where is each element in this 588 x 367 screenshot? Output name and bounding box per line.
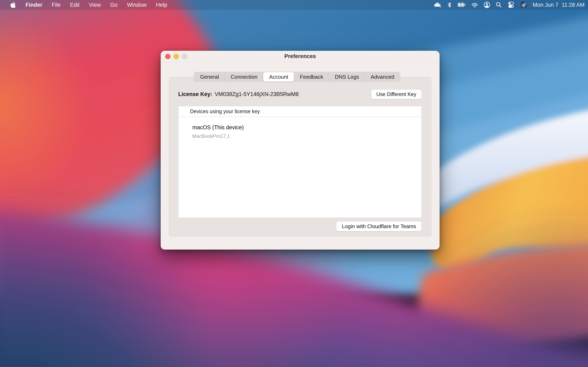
tab-account[interactable]: Account <box>263 72 294 82</box>
menu-item-view[interactable]: View <box>84 0 105 10</box>
license-key-label: License Key: <box>178 91 212 98</box>
menubar-date: Mon Jun 7 <box>533 2 558 8</box>
spotlight-search-icon[interactable] <box>496 0 502 10</box>
devices-table: Devices using your license key macOS (Th… <box>178 106 422 218</box>
siri-icon[interactable] <box>520 0 527 10</box>
login-with-teams-button[interactable]: Login with Cloudflare for Teams <box>336 221 422 231</box>
preferences-window: Preferences License Key: VM038Zg1-5Y146j… <box>161 51 440 250</box>
wifi-icon[interactable] <box>471 0 478 10</box>
device-name: macOS (This device) <box>192 124 421 131</box>
minimize-button[interactable] <box>173 54 179 59</box>
control-center-icon[interactable] <box>507 0 515 10</box>
desktop: Finder File Edit View Go Window Help <box>0 0 588 367</box>
device-list-item[interactable]: macOS (This device) MacBookPro17,1 <box>178 117 421 139</box>
devices-table-header: Devices using your license key <box>178 106 421 117</box>
license-key-row: License Key: VM038Zg1-5Y146jXN-23B5RwM8 … <box>178 89 422 100</box>
use-different-key-button[interactable]: Use Different Key <box>371 90 422 99</box>
license-key-value: VM038Zg1-5Y146jXN-23B5RwM8 <box>215 91 299 98</box>
menu-item-file[interactable]: File <box>47 0 66 10</box>
tab-dns-logs[interactable]: DNS Logs <box>329 72 365 82</box>
menubar-time: 11:28 AM <box>562 2 585 8</box>
tab-bar: General Connection Account Feedback DNS … <box>194 72 400 82</box>
tab-connection[interactable]: Connection <box>225 72 263 82</box>
menu-item-window[interactable]: Window <box>122 0 151 10</box>
device-model: MacBookPro17,1 <box>192 133 421 139</box>
close-button[interactable] <box>165 54 171 59</box>
user-switch-icon[interactable] <box>484 0 490 10</box>
menu-bar: Finder File Edit View Go Window Help <box>0 0 588 10</box>
menu-item-go[interactable]: Go <box>105 0 122 10</box>
menu-item-help[interactable]: Help <box>151 0 172 10</box>
window-titlebar[interactable]: Preferences <box>161 51 440 62</box>
menu-item-finder[interactable]: Finder <box>21 0 47 10</box>
tab-general[interactable]: General <box>194 72 225 82</box>
apple-menu[interactable] <box>9 0 21 10</box>
tab-content-panel: License Key: VM038Zg1-5Y146jXN-23B5RwM8 … <box>169 77 432 236</box>
menu-item-edit[interactable]: Edit <box>65 0 84 10</box>
traffic-lights <box>165 51 187 62</box>
window-title: Preferences <box>285 53 316 59</box>
menubar-clock[interactable]: Mon Jun 7 11:28 AM <box>533 2 585 8</box>
zoom-button-disabled <box>182 54 187 59</box>
tab-advanced[interactable]: Advanced <box>365 72 400 82</box>
battery-charging-icon[interactable] <box>458 0 466 10</box>
bluetooth-icon[interactable] <box>447 0 452 10</box>
cloudflare-cloud-icon[interactable] <box>433 0 441 10</box>
apple-logo-icon <box>10 1 16 8</box>
tab-feedback[interactable]: Feedback <box>294 72 329 82</box>
